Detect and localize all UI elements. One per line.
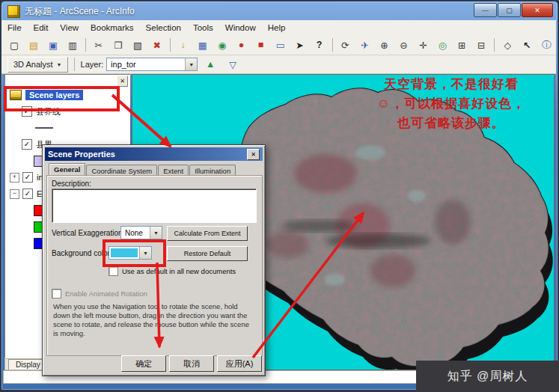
- close-button[interactable]: ✕: [522, 3, 553, 17]
- select-features-icon[interactable]: ↖: [518, 37, 536, 53]
- minimize-button[interactable]: —: [474, 3, 497, 17]
- vertical-exaggeration-label: Vertical Exaggeration:: [52, 229, 124, 237]
- layer-checkbox[interactable]: ✓: [22, 189, 33, 199]
- background-color-swatch: [111, 248, 138, 257]
- open-folder-icon[interactable]: ▤: [25, 37, 43, 53]
- new-document-icon[interactable]: ▢: [5, 37, 23, 53]
- menu-file[interactable]: File: [1, 22, 28, 34]
- annotation-line: 也可省略该步骤。: [347, 114, 555, 133]
- window-controls: — ▢ ✕: [474, 3, 553, 17]
- fly-icon[interactable]: ✈: [355, 37, 373, 53]
- apply-button[interactable]: 应用(A): [217, 355, 262, 372]
- animated-rotation-checkbox[interactable]: [52, 289, 61, 298]
- menu-bar: File Edit View Bookmarks Selection Tools…: [1, 20, 556, 36]
- collapse-icon[interactable]: −: [10, 189, 19, 199]
- fixed-zoom-in-icon[interactable]: ⊞: [453, 37, 471, 53]
- toolbar-separator: [170, 38, 171, 52]
- cube-icon[interactable]: ■: [252, 37, 270, 53]
- toc-legend-row: [5, 120, 129, 136]
- calculate-from-extent-button[interactable]: Calculate From Extent: [167, 226, 248, 241]
- toc-scene-layers-item[interactable]: Scene layers: [5, 87, 129, 103]
- toolbar-separator: [494, 38, 495, 52]
- chevron-down-icon: ▼: [57, 62, 62, 67]
- line-symbol-swatch: [35, 127, 53, 129]
- create-tin-icon[interactable]: ▲: [201, 56, 219, 73]
- cancel-button[interactable]: 取消: [169, 355, 214, 372]
- map-window-icon[interactable]: ▭: [272, 37, 290, 53]
- layer-checkbox[interactable]: ✓: [22, 172, 33, 183]
- window-title: 无标题 - ArcScene - ArcInfo: [25, 5, 135, 18]
- toc-close-icon[interactable]: ✕: [117, 76, 128, 87]
- menu-edit[interactable]: Edit: [28, 22, 55, 34]
- layer-combobox[interactable]: inp_tor ▼: [106, 58, 198, 71]
- vertical-exaggeration-combobox[interactable]: None ▼: [120, 226, 162, 239]
- layer-checkbox[interactable]: ✓: [22, 139, 32, 150]
- description-label: Description:: [52, 180, 91, 188]
- menu-window[interactable]: Window: [219, 22, 262, 34]
- chevron-down-icon[interactable]: ▼: [185, 58, 197, 70]
- identify-icon[interactable]: ⓘ: [537, 37, 555, 53]
- annotation-text: 天空背景，不是很好看 ☺，可以根据喜好设色， 也可省略该步骤。: [347, 75, 555, 133]
- title-bar: 无标题 - ArcScene - ArcInfo: [1, 2, 556, 20]
- annotation-line: 天空背景，不是很好看: [347, 75, 555, 94]
- use-default-checkbox[interactable]: [109, 266, 118, 276]
- center-target-icon[interactable]: ◇: [498, 37, 516, 53]
- full-extent-icon[interactable]: ◎: [433, 37, 451, 53]
- animated-rotation-label: Enable Animated Rotation: [65, 290, 147, 298]
- menu-selection[interactable]: Selection: [140, 22, 187, 34]
- pan-icon[interactable]: ✛: [414, 37, 432, 53]
- vertical-exaggeration-value: None: [121, 229, 150, 237]
- navigate-orbit-icon[interactable]: ⟳: [337, 37, 355, 53]
- launch-arcmap-icon[interactable]: ➤: [291, 37, 309, 53]
- watermark-text: 知乎 @周树人: [447, 369, 528, 385]
- layer-label: 县界线: [36, 106, 61, 117]
- toc-layer-item[interactable]: ✓ 县界线: [5, 103, 129, 120]
- expand-icon[interactable]: +: [10, 173, 19, 183]
- menu-tools[interactable]: Tools: [187, 22, 219, 34]
- toc-header: ✕: [5, 75, 129, 87]
- toolbar-separator: [85, 38, 86, 52]
- description-textarea[interactable]: [52, 189, 257, 223]
- menu-bookmarks[interactable]: Bookmarks: [85, 22, 140, 34]
- menu-help[interactable]: Help: [262, 22, 292, 34]
- dialog-title: Scene Properties: [48, 150, 115, 159]
- background-color-label: Background color:: [52, 249, 112, 257]
- 3d-analyst-toolbar: 3D Analyst ▼ Layer: inp_tor ▼ ▲ ▽: [1, 55, 556, 74]
- layer-label: Layer:: [81, 60, 104, 69]
- background-color-dropdown[interactable]: ▼: [109, 246, 152, 260]
- animated-rotation-checkbox-row[interactable]: Enable Animated Rotation: [52, 289, 147, 298]
- maximize-button[interactable]: ▢: [498, 3, 521, 17]
- cut-icon[interactable]: ✂: [90, 37, 108, 53]
- fixed-zoom-out-icon[interactable]: ⊟: [472, 37, 490, 53]
- restore-default-button[interactable]: Restore Default: [167, 246, 248, 261]
- chevron-down-icon[interactable]: ▼: [150, 227, 162, 239]
- use-default-checkbox-row[interactable]: Use as default in all new documents: [109, 266, 236, 276]
- toolbar-separator: [74, 58, 75, 71]
- ok-button[interactable]: 确定: [121, 355, 166, 372]
- rotation-help-text: When you use the Navigation tool to rota…: [53, 302, 254, 338]
- help-icon[interactable]: ?: [311, 37, 329, 53]
- print-icon[interactable]: ▥: [64, 37, 82, 53]
- annotation-line: ☺，可以根据喜好设色，: [347, 94, 555, 114]
- zoom-out-icon[interactable]: ⊖: [394, 37, 412, 53]
- add-frame-icon[interactable]: ▦: [194, 37, 212, 53]
- scene-layers-label: Scene layers: [25, 90, 83, 100]
- 3d-analyst-menu-button[interactable]: 3D Analyst ▼: [7, 57, 68, 73]
- delete-icon[interactable]: ✖: [148, 37, 166, 53]
- dialog-close-icon[interactable]: ✕: [247, 149, 260, 160]
- globe-icon[interactable]: ◉: [213, 37, 231, 53]
- toolbar-separator: [332, 38, 333, 52]
- save-icon[interactable]: ▣: [44, 37, 62, 53]
- layer-checkbox[interactable]: ✓: [22, 106, 32, 117]
- add-data-icon[interactable]: ↓: [174, 37, 192, 53]
- 3d-analyst-label: 3D Analyst: [13, 60, 53, 69]
- copy-icon[interactable]: ❐: [109, 37, 127, 53]
- sphere-icon[interactable]: ●: [233, 37, 251, 53]
- dialog-title-bar[interactable]: Scene Properties ✕: [45, 147, 263, 161]
- menu-view[interactable]: View: [54, 22, 85, 34]
- chevron-down-icon[interactable]: ▼: [139, 247, 151, 259]
- standard-toolbar: ▢ ▤ ▣ ▥ ✂ ❐ ▧ ✖ ↓ ▦ ◉ ● ■ ▭ ➤ ? ⟳ ✈ ⊕ ⊖ …: [1, 35, 556, 55]
- paste-icon[interactable]: ▧: [129, 37, 147, 53]
- interpolate-icon[interactable]: ▽: [224, 56, 242, 73]
- zoom-in-icon[interactable]: ⊕: [375, 37, 393, 53]
